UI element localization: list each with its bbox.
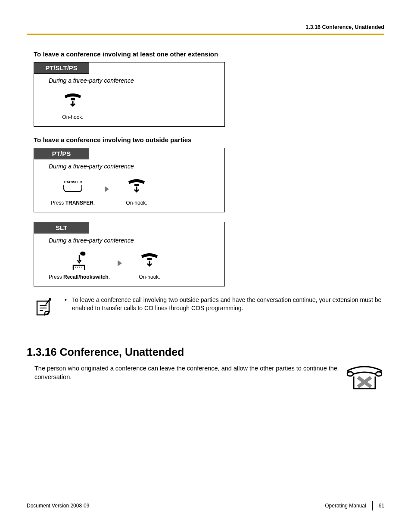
hookswitch-icon (70, 250, 89, 271)
onhook-icon (139, 250, 160, 271)
procedure-context: During a three-party conference (34, 233, 224, 247)
svg-point-11 (347, 372, 353, 376)
arrow-icon (118, 260, 122, 266)
bullet: • (65, 296, 67, 320)
footer-manual-label: Operating Manual (325, 503, 366, 509)
subheading-leave-outside: To leave a conference involving two outs… (34, 136, 384, 143)
onhook-icon (126, 176, 147, 196)
procedure-box-ptsltps: PT/SLT/PS During a three-party conferenc… (34, 62, 225, 127)
step-caption: Press Recall/hookswitch. (49, 271, 110, 284)
svg-rect-0 (71, 98, 75, 100)
procedure-box-slt: SLT During a three-party conference (34, 222, 225, 286)
svg-rect-6 (147, 258, 152, 260)
procedure-tab: PT/PS (34, 148, 89, 159)
note-icon (34, 296, 55, 320)
step-caption: On-hook. (139, 271, 160, 284)
breadcrumb: 1.3.16 Conference, Unattended (305, 24, 384, 30)
footer-separator (372, 501, 373, 510)
header-rule (27, 34, 384, 35)
subheading-leave-ext: To leave a conference involving at least… (34, 50, 384, 58)
note-text: To leave a conference call involving two… (72, 296, 384, 320)
step-caption: On-hook. (62, 111, 83, 124)
procedure-tab: SLT (34, 222, 89, 233)
note-block: • To leave a conference call involving t… (34, 296, 384, 320)
section-heading: 1.3.16 Conference, Unattended (27, 346, 384, 358)
transfer-label: TRANSFER (63, 180, 82, 184)
section-body: The person who originated a conference c… (34, 364, 340, 381)
footer-version: Document Version 2008-09 (27, 503, 89, 509)
procedure-box-ptps: PT/PS During a three-party conference TR… (34, 148, 225, 212)
procedure-context: During a three-party conference (34, 74, 224, 87)
transfer-button-icon: TRANSFER (63, 176, 82, 196)
page-footer: Document Version 2008-09 Operating Manua… (27, 501, 384, 510)
svg-point-12 (376, 372, 382, 376)
phone-leave-icon (345, 364, 384, 396)
arrow-icon (105, 186, 109, 192)
page-header: 1.3.16 Conference, Unattended (27, 24, 384, 34)
footer-page-number: 61 (379, 503, 384, 509)
step-caption: On-hook. (126, 196, 147, 210)
svg-rect-1 (134, 184, 139, 186)
onhook-icon (62, 90, 84, 111)
step-caption: Press TRANSFER. (51, 196, 95, 210)
procedure-context: During a three-party conference (34, 159, 224, 173)
procedure-tab: PT/SLT/PS (34, 62, 89, 74)
